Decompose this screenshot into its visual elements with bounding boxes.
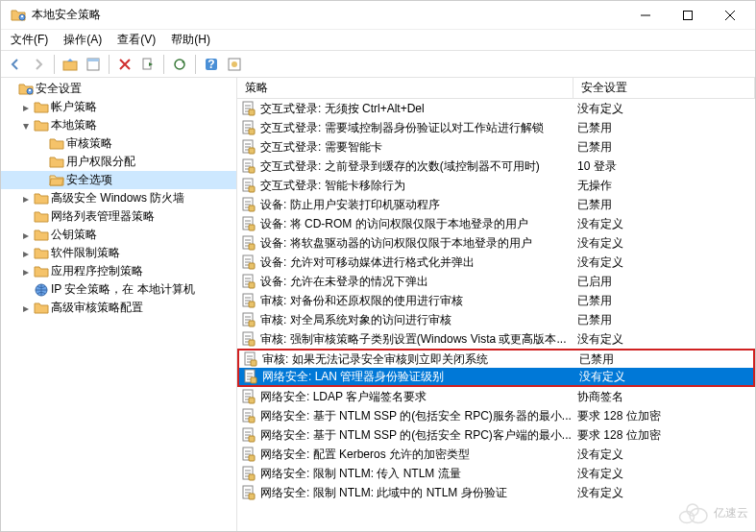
policy-value: 没有定义 bbox=[577, 254, 751, 271]
policy-name: 交互式登录: 智能卡移除行为 bbox=[260, 178, 577, 194]
policy-icon bbox=[243, 369, 258, 384]
toolbar-separator bbox=[109, 55, 110, 74]
policy-row[interactable]: 交互式登录: 需要域控制器身份验证以对工作站进行解锁已禁用 bbox=[237, 118, 755, 137]
policy-row[interactable]: 审核: 强制审核策略子类别设置(Windows Vista 或更高版本...没有… bbox=[237, 329, 755, 349]
back-button[interactable] bbox=[5, 54, 26, 75]
policy-row[interactable]: 网络安全: LAN 管理器身份验证级别没有定义 bbox=[237, 368, 755, 387]
cloud-icon bbox=[675, 501, 710, 524]
tree-item[interactable]: IP 安全策略，在 本地计算机 bbox=[1, 280, 236, 299]
policy-value: 无操作 bbox=[577, 178, 751, 194]
folder-open-icon bbox=[49, 173, 64, 188]
close-button[interactable] bbox=[709, 2, 751, 29]
policy-icon bbox=[241, 485, 256, 500]
tree-expander[interactable]: ▸ bbox=[20, 192, 32, 206]
menu-file[interactable]: 文件(F) bbox=[5, 30, 54, 50]
tree-item[interactable]: 网络列表管理器策略 bbox=[1, 207, 236, 226]
watermark-text: 亿速云 bbox=[714, 505, 748, 521]
policy-value: 已禁用 bbox=[579, 351, 749, 368]
app-icon bbox=[11, 8, 26, 23]
configure-button[interactable] bbox=[224, 54, 245, 75]
tree-item[interactable]: 用户权限分配 bbox=[1, 153, 236, 171]
svg-rect-14 bbox=[684, 11, 693, 19]
delete-button[interactable] bbox=[114, 54, 135, 75]
policy-row[interactable]: 交互式登录: 之前登录到缓存的次数(域控制器不可用时)10 登录 bbox=[237, 157, 755, 176]
tree-item[interactable]: 安全设置 bbox=[1, 80, 236, 98]
policy-row[interactable]: 审核: 如果无法记录安全审核则立即关闭系统已禁用 bbox=[237, 349, 755, 368]
policy-row[interactable]: 网络安全: 配置 Kerberos 允许的加密类型没有定义 bbox=[237, 445, 755, 464]
policy-row[interactable]: 交互式登录: 需要智能卡已禁用 bbox=[237, 137, 755, 157]
tree-label: 帐户策略 bbox=[51, 99, 97, 115]
folder-icon bbox=[34, 191, 49, 206]
list-body[interactable]: 交互式登录: 无须按 Ctrl+Alt+Del没有定义交互式登录: 需要域控制器… bbox=[237, 99, 755, 531]
tree-item[interactable]: ▸应用程序控制策略 bbox=[1, 262, 236, 280]
tree-expander[interactable]: ▸ bbox=[20, 265, 32, 278]
tree-label: IP 安全策略，在 本地计算机 bbox=[51, 281, 195, 298]
policy-value: 要求 128 位加密 bbox=[577, 427, 751, 444]
tree-label: 应用程序控制策略 bbox=[51, 263, 143, 279]
folder-icon bbox=[34, 301, 49, 316]
policy-value: 没有定义 bbox=[577, 235, 751, 252]
policy-value: 没有定义 bbox=[577, 466, 751, 482]
policy-row[interactable]: 审核: 对备份和还原权限的使用进行审核已禁用 bbox=[237, 291, 755, 310]
policy-value: 没有定义 bbox=[577, 101, 751, 117]
policy-row[interactable]: 设备: 允许在未登录的情况下弹出已启用 bbox=[237, 272, 755, 291]
policy-name: 设备: 防止用户安装打印机驱动程序 bbox=[260, 197, 577, 213]
policy-row[interactable]: 网络安全: 限制 NTLM: 传入 NTLM 流量没有定义 bbox=[237, 464, 755, 483]
column-policy[interactable]: 策略 bbox=[237, 78, 573, 98]
policy-row[interactable]: 网络安全: 基于 NTLM SSP 的(包括安全 RPC)客户端的最小...要求… bbox=[237, 425, 755, 445]
tree-expander[interactable]: ▸ bbox=[20, 302, 32, 315]
policy-icon bbox=[241, 293, 256, 308]
tree-expander[interactable]: ▸ bbox=[20, 229, 32, 242]
help-button[interactable] bbox=[201, 54, 222, 75]
refresh-button[interactable] bbox=[169, 54, 190, 75]
policy-row[interactable]: 网络安全: 基于 NTLM SSP 的(包括安全 RPC)服务器的最小...要求… bbox=[237, 406, 755, 425]
export-button[interactable] bbox=[137, 54, 159, 75]
policy-row[interactable]: 网络安全: 限制 NTLM: 此域中的 NTLM 身份验证没有定义 bbox=[237, 483, 755, 502]
tree-item[interactable]: ▸高级安全 Windows 防火墙 bbox=[1, 189, 236, 207]
tree-item[interactable]: ▾本地策略 bbox=[1, 116, 236, 134]
menu-help[interactable]: 帮助(H) bbox=[165, 30, 216, 50]
tree-label: 高级审核策略配置 bbox=[51, 300, 143, 316]
policy-row[interactable]: 设备: 将 CD-ROM 的访问权限仅限于本地登录的用户没有定义 bbox=[237, 214, 755, 233]
minimize-button[interactable] bbox=[624, 2, 667, 29]
tree-label: 本地策略 bbox=[51, 117, 97, 133]
tree-expander[interactable]: ▾ bbox=[20, 119, 32, 133]
tree-item[interactable]: 审核策略 bbox=[1, 134, 236, 153]
tree-item[interactable]: ▸帐户策略 bbox=[1, 98, 236, 116]
policy-name: 交互式登录: 无须按 Ctrl+Alt+Del bbox=[260, 101, 577, 117]
tree-expander[interactable]: ▸ bbox=[20, 101, 32, 114]
maximize-button[interactable] bbox=[667, 2, 709, 29]
policy-name: 网络安全: LDAP 客户端签名要求 bbox=[260, 389, 577, 405]
policy-row[interactable]: 交互式登录: 无须按 Ctrl+Alt+Del没有定义 bbox=[237, 99, 755, 118]
policy-value: 没有定义 bbox=[577, 331, 751, 348]
policy-row[interactable]: 网络安全: LDAP 客户端签名要求协商签名 bbox=[237, 387, 755, 406]
policy-row[interactable]: 交互式登录: 智能卡移除行为无操作 bbox=[237, 176, 755, 195]
tree-item[interactable]: ▸软件限制策略 bbox=[1, 244, 236, 262]
policy-name: 审核: 如果无法记录安全审核则立即关闭系统 bbox=[262, 351, 579, 368]
title-bar: 本地安全策略 bbox=[1, 1, 755, 30]
tree-expander[interactable]: ▸ bbox=[20, 247, 32, 260]
policy-name: 网络安全: 配置 Kerberos 允许的加密类型 bbox=[260, 447, 577, 463]
policy-value: 已禁用 bbox=[577, 312, 751, 328]
toolbar-separator bbox=[54, 55, 55, 74]
menu-action[interactable]: 操作(A) bbox=[58, 30, 108, 50]
folder-icon bbox=[34, 228, 49, 243]
column-setting[interactable]: 安全设置 bbox=[573, 78, 755, 98]
properties-button[interactable] bbox=[83, 54, 104, 75]
tree-item[interactable]: 安全选项 bbox=[1, 171, 236, 189]
tree-item[interactable]: ▸公钥策略 bbox=[1, 226, 236, 244]
policy-value: 没有定义 bbox=[577, 216, 751, 232]
policy-icon bbox=[241, 427, 256, 443]
tree-item[interactable]: ▸高级审核策略配置 bbox=[1, 299, 236, 317]
up-button[interactable] bbox=[60, 54, 81, 75]
menu-view[interactable]: 查看(V) bbox=[111, 30, 161, 50]
policy-row[interactable]: 设备: 将软盘驱动器的访问权限仅限于本地登录的用户没有定义 bbox=[237, 233, 755, 253]
folder-icon bbox=[34, 264, 49, 279]
policy-row[interactable]: 审核: 对全局系统对象的访问进行审核已禁用 bbox=[237, 310, 755, 329]
tree-pane[interactable]: 安全设置▸帐户策略▾本地策略审核策略用户权限分配安全选项▸高级安全 Window… bbox=[1, 78, 237, 531]
policy-name: 网络安全: 限制 NTLM: 传入 NTLM 流量 bbox=[260, 466, 577, 482]
policy-row[interactable]: 设备: 防止用户安装打印机驱动程序已禁用 bbox=[237, 195, 755, 214]
list-pane: 策略 安全设置 交互式登录: 无须按 Ctrl+Alt+Del没有定义交互式登录… bbox=[237, 78, 755, 531]
policy-icon bbox=[241, 197, 256, 212]
policy-row[interactable]: 设备: 允许对可移动媒体进行格式化并弹出没有定义 bbox=[237, 253, 755, 272]
